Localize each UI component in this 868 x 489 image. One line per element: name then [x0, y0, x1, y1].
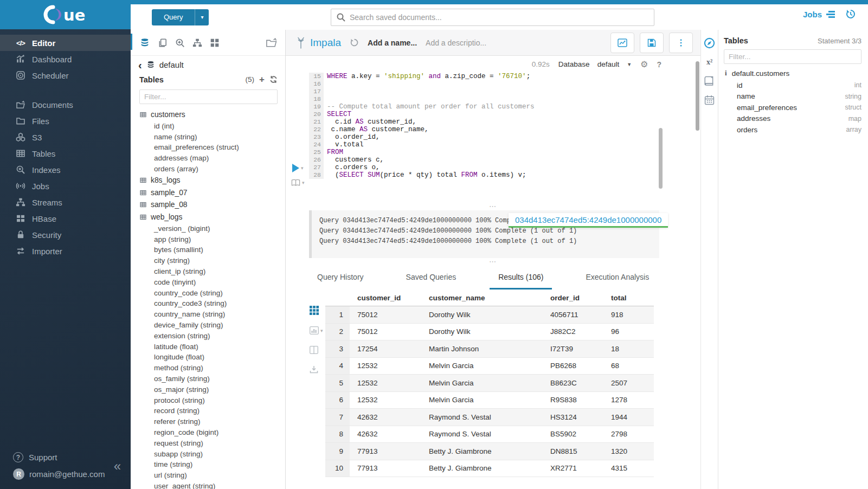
- schedule-icon[interactable]: [704, 95, 715, 105]
- editor-help-icon[interactable]: ?: [657, 60, 661, 69]
- database-selector[interactable]: Database default ▼: [558, 60, 632, 68]
- assist-column[interactable]: os_family (string): [139, 374, 285, 384]
- assist-sitemap-icon[interactable]: [192, 38, 202, 48]
- assist-databases-icon[interactable]: [139, 38, 150, 48]
- context-table[interactable]: i default.customers: [725, 69, 861, 78]
- editor-assistant-icon[interactable]: [704, 37, 715, 49]
- tab-query-history[interactable]: Query History: [308, 266, 372, 289]
- code-line[interactable]: 20SELECT: [309, 111, 700, 118]
- download-icon[interactable]: [310, 365, 318, 374]
- assist-column[interactable]: subapp (string): [139, 448, 285, 459]
- add-table-icon[interactable]: +: [259, 75, 265, 84]
- table-row[interactable]: 742632Raymond S. VestalHS31241944: [325, 409, 654, 426]
- editor-settings-icon[interactable]: ⚙: [640, 59, 648, 69]
- assist-table[interactable]: customers: [139, 108, 285, 121]
- assist-table[interactable]: sample_08: [139, 198, 285, 211]
- assist-column[interactable]: code (tinyint): [139, 276, 285, 287]
- assist-column[interactable]: addresses (map): [139, 153, 285, 164]
- sidebar-item-documents[interactable]: Documents: [0, 96, 131, 113]
- assist-column[interactable]: time (string): [139, 459, 285, 470]
- context-column-orders[interactable]: ordersarray: [724, 124, 861, 136]
- assist-projects-icon[interactable]: [266, 37, 278, 48]
- column-header-customer_id[interactable]: customer_id: [350, 294, 429, 302]
- assist-column[interactable]: latitude (float): [139, 341, 285, 352]
- table-row[interactable]: 175012Dorothy Wilk4056711918: [325, 306, 654, 324]
- language-reference-icon[interactable]: ▾: [291, 179, 305, 186]
- code-line[interactable]: 21 c.id AS customer_id,: [309, 118, 700, 126]
- table-row[interactable]: 512532Melvin GarciaB8623C2507: [325, 375, 654, 392]
- database-value[interactable]: default: [597, 60, 620, 68]
- query-id-tooltip[interactable]: 034d413ec7474ed5:4249de1000000000: [509, 213, 668, 228]
- assist-column[interactable]: country_code3 (string): [139, 298, 285, 309]
- sidebar-item-jobs[interactable]: Jobs: [0, 178, 131, 194]
- assist-column[interactable]: longitude (float): [139, 352, 285, 363]
- code-line[interactable]: 25FROM: [309, 149, 700, 156]
- collapse-sidebar-button[interactable]: «: [114, 460, 121, 473]
- support-link[interactable]: ? Support: [0, 449, 131, 466]
- assist-table[interactable]: sample_07: [139, 186, 285, 199]
- assist-column[interactable]: country_name (string): [139, 309, 285, 320]
- sidebar-item-security[interactable]: Security: [0, 227, 131, 243]
- assist-column[interactable]: device_family (string): [139, 320, 285, 331]
- assist-column[interactable]: name (string): [139, 131, 285, 142]
- columns-view-icon[interactable]: [310, 346, 318, 354]
- assist-column[interactable]: record (string): [139, 406, 285, 416]
- column-header-order_id[interactable]: order_id: [550, 294, 611, 302]
- sidebar-item-importer[interactable]: Importer: [0, 243, 131, 259]
- engine-selector[interactable]: Impala: [297, 37, 341, 49]
- assist-column[interactable]: region_code (bigint): [139, 427, 285, 438]
- assist-column[interactable]: _version_ (bigint): [139, 223, 285, 234]
- sidebar-item-files[interactable]: Files: [0, 113, 131, 129]
- table-row[interactable]: 275012Dorothy WilkJ882C296: [325, 324, 654, 341]
- column-header-customer_name[interactable]: customer_name: [429, 294, 550, 302]
- save-button[interactable]: [640, 33, 664, 53]
- back-chevron-icon[interactable]: ‹: [138, 60, 142, 70]
- more-actions-button[interactable]: ⋮: [669, 33, 693, 53]
- info-icon[interactable]: i: [725, 69, 727, 78]
- assist-column[interactable]: bytes (smallint): [139, 244, 285, 255]
- assist-column[interactable]: email_preferences (struct): [139, 142, 285, 153]
- table-row[interactable]: 317254Martin JohnsonI72T3918: [325, 340, 654, 358]
- query-description-field[interactable]: Add a descriptio...: [426, 38, 486, 47]
- code-line[interactable]: 22 c.name AS customer_name,: [309, 126, 700, 133]
- context-column-id[interactable]: idint: [724, 80, 861, 91]
- jobs-link[interactable]: Jobs: [803, 10, 835, 19]
- assist-column[interactable]: extension (string): [139, 330, 285, 341]
- sql-editor[interactable]: 15WHERE a.key = 'shipping' and a.zip_cod…: [286, 73, 700, 203]
- code-line[interactable]: 28 (SELECT SUM(price * qty) total FROM o…: [309, 171, 700, 179]
- user-account[interactable]: R romain@gethue.com: [0, 466, 131, 482]
- assist-column[interactable]: orders (array): [139, 164, 285, 175]
- assist-column[interactable]: city (string): [139, 255, 285, 266]
- assist-search-icon[interactable]: [175, 38, 185, 48]
- query-name-field[interactable]: Add a name...: [368, 38, 417, 47]
- chart-view-icon[interactable]: ▾: [310, 326, 323, 334]
- query-button-label[interactable]: Query: [152, 9, 195, 25]
- code-line[interactable]: 24 v.total: [309, 141, 700, 149]
- assist-column[interactable]: method (string): [139, 363, 285, 374]
- sidebar-item-streams[interactable]: Streams: [0, 194, 131, 210]
- code-line[interactable]: 17: [309, 88, 700, 95]
- assist-column[interactable]: os_major (string): [139, 384, 285, 395]
- assist-table[interactable]: web_logs: [139, 211, 285, 223]
- grid-view-icon[interactable]: [310, 306, 319, 315]
- table-row[interactable]: 612532Melvin GarciaR9S8381278: [325, 392, 654, 409]
- assist-column[interactable]: id (int): [139, 121, 285, 132]
- context-filter-input[interactable]: [724, 49, 861, 64]
- sidebar-item-editor[interactable]: </>Editor: [0, 35, 131, 51]
- table-row[interactable]: 1077913Betty J. GiambroneXR27714315: [325, 460, 654, 478]
- table-row[interactable]: 412532Melvin GarciaPB626868: [325, 358, 654, 375]
- code-line[interactable]: 26 customers c,: [309, 156, 700, 164]
- code-line[interactable]: 18: [309, 95, 700, 103]
- editor-scrollbar[interactable]: [696, 61, 699, 131]
- document-search[interactable]: [331, 9, 654, 26]
- code-line[interactable]: 19-- Compute total amount per order for …: [309, 103, 700, 111]
- code-line[interactable]: 27 c.orders o,: [309, 164, 700, 171]
- history-icon[interactable]: [845, 9, 856, 20]
- context-column-name[interactable]: namestring: [724, 91, 861, 102]
- assist-documents-icon[interactable]: [158, 38, 168, 48]
- refresh-icon[interactable]: [269, 75, 278, 83]
- functions-icon[interactable]: x²: [706, 58, 712, 67]
- sidebar-item-dashboard[interactable]: Dashboard: [0, 51, 131, 67]
- assist-table[interactable]: k8s_logs: [139, 174, 285, 186]
- column-header-total[interactable]: total: [611, 294, 654, 302]
